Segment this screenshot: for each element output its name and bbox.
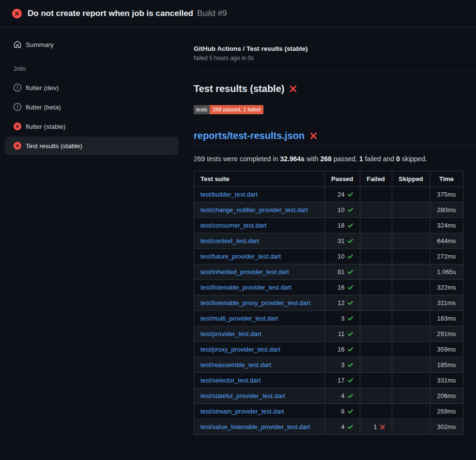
table-row: test/builder_test.dart24375ms bbox=[194, 187, 463, 202]
failed-cell bbox=[360, 342, 392, 357]
report-title: reports/test-results.json bbox=[194, 130, 476, 146]
sidebar-item-flutter-dev[interactable]: flutter (dev) bbox=[5, 78, 178, 97]
skipped-cell bbox=[392, 373, 430, 388]
x-icon bbox=[380, 424, 385, 430]
time-cell: 185ms bbox=[430, 357, 463, 373]
suite-link[interactable]: test/value_listenable_provider_test.dart bbox=[200, 423, 310, 430]
skipped-cell bbox=[392, 249, 430, 264]
passed-cell: 11 bbox=[325, 326, 360, 342]
results-table: Test suite Passed Failed Skipped Time te… bbox=[194, 171, 463, 435]
page-title: Do not create report when job is cancell… bbox=[28, 9, 193, 18]
passed-cell: 4 bbox=[325, 388, 360, 404]
summary-duration: 32.964s bbox=[280, 155, 305, 163]
results-table-body: test/builder_test.dart24375mstest/change… bbox=[194, 187, 463, 435]
time-cell: 280ms bbox=[430, 202, 463, 218]
sidebar-item-test-results-stable[interactable]: Test results (stable) bbox=[5, 137, 178, 155]
table-row: test/consumer_test.dart18324ms bbox=[194, 218, 463, 233]
app-header: Do not create report when job is cancell… bbox=[0, 0, 476, 28]
tests-badge: tests 268 passed, 1 failed bbox=[194, 105, 263, 114]
table-row: test/inherited_provider_test.dart811.065… bbox=[194, 264, 463, 280]
column-header-time: Time bbox=[430, 171, 463, 187]
passed-cell: 12 bbox=[325, 295, 360, 311]
table-row: test/value_listenable_provider_test.dart… bbox=[194, 419, 463, 435]
time-cell: 324ms bbox=[430, 218, 463, 233]
column-header-test-suite: Test suite bbox=[194, 171, 325, 187]
sidebar-item-flutter-beta[interactable]: flutter (beta) bbox=[5, 98, 178, 116]
suite-link[interactable]: test/change_notifier_provider_test.dart bbox=[200, 206, 308, 214]
suite-link[interactable]: test/builder_test.dart bbox=[200, 191, 258, 198]
table-row: test/stateful_provider_test.dart4206ms bbox=[194, 388, 463, 404]
skipped-cell bbox=[392, 295, 430, 311]
breadcrumb: GitHub Actions / Test results (stable) bbox=[194, 45, 476, 52]
suite-link[interactable]: test/context_test.dart bbox=[200, 237, 259, 245]
main-content: GitHub Actions / Test results (stable) f… bbox=[186, 28, 476, 460]
passed-cell: 81 bbox=[325, 264, 360, 280]
sidebar-job-label: Test results (stable) bbox=[26, 142, 82, 150]
suite-link[interactable]: test/inherited_provider_test.dart bbox=[200, 268, 289, 276]
failed-cell: 1 bbox=[360, 419, 392, 435]
sidebar-item-summary[interactable]: Summary bbox=[5, 35, 178, 54]
x-mark-icon bbox=[289, 85, 297, 93]
time-cell: 206ms bbox=[430, 388, 463, 404]
skipped-cell bbox=[392, 419, 430, 435]
failed-cell bbox=[360, 218, 392, 233]
skipped-cell bbox=[392, 218, 430, 233]
sidebar-job-label: flutter (beta) bbox=[26, 104, 61, 111]
sidebar-item-flutter-stable[interactable]: flutter (stable) bbox=[5, 117, 178, 136]
section-title-text: Test results (stable) bbox=[194, 83, 284, 94]
column-header-skipped: Skipped bbox=[392, 171, 430, 187]
table-row: test/listenable_proxy_provider_test.dart… bbox=[194, 295, 463, 311]
x-circle-icon bbox=[14, 142, 21, 150]
suite-link[interactable]: test/listenable_provider_test.dart bbox=[200, 284, 292, 291]
passed-cell: 24 bbox=[325, 187, 360, 202]
suite-link[interactable]: test/proxy_provider_test.dart bbox=[200, 346, 280, 353]
stop-icon bbox=[14, 103, 21, 111]
summary-passed: 268 bbox=[321, 155, 332, 163]
time-cell: 291ms bbox=[430, 326, 463, 342]
x-mark-icon bbox=[309, 132, 318, 140]
jobs-heading: Jobs bbox=[0, 65, 186, 72]
skipped-cell bbox=[392, 311, 430, 326]
check-icon bbox=[347, 315, 353, 322]
suite-link[interactable]: test/selector_test.dart bbox=[200, 377, 261, 384]
time-cell: 644ms bbox=[430, 233, 463, 249]
table-row: test/proxy_provider_test.dart16359ms bbox=[194, 342, 463, 357]
suite-link[interactable]: test/provider_test.dart bbox=[200, 330, 261, 337]
table-row: test/multi_provider_test.dart3183ms bbox=[194, 311, 463, 326]
failed-cell bbox=[360, 326, 392, 342]
suite-link[interactable]: test/consumer_test.dart bbox=[200, 222, 266, 229]
suite-link[interactable]: test/future_provider_test.dart bbox=[200, 253, 281, 260]
check-icon bbox=[347, 362, 353, 368]
skipped-cell bbox=[392, 357, 430, 373]
x-circle-icon bbox=[14, 123, 21, 130]
skipped-cell bbox=[392, 280, 430, 295]
time-cell: 322ms bbox=[430, 280, 463, 295]
check-icon bbox=[347, 300, 353, 306]
suite-link[interactable]: test/stateful_provider_test.dart bbox=[200, 392, 285, 399]
check-icon bbox=[347, 424, 353, 430]
skipped-cell bbox=[392, 388, 430, 404]
column-header-failed: Failed bbox=[360, 171, 392, 187]
suite-link[interactable]: test/multi_provider_test.dart bbox=[200, 315, 278, 322]
time-cell: 359ms bbox=[430, 342, 463, 357]
summary-line: 269 tests were completed in 32.964s with… bbox=[194, 155, 476, 163]
check-icon bbox=[347, 222, 353, 229]
passed-cell: 18 bbox=[325, 218, 360, 233]
suite-link[interactable]: test/listenable_proxy_provider_test.dart bbox=[200, 299, 310, 307]
check-icon bbox=[347, 331, 353, 337]
x-circle-icon bbox=[12, 9, 22, 18]
check-icon bbox=[347, 191, 353, 198]
table-row: test/selector_test.dart17331ms bbox=[194, 373, 463, 388]
divider bbox=[194, 72, 476, 72]
suite-link[interactable]: test/stream_provider_test.dart bbox=[200, 408, 284, 415]
skipped-cell bbox=[392, 187, 430, 202]
passed-cell: 16 bbox=[325, 280, 360, 295]
passed-cell: 3 bbox=[325, 357, 360, 373]
sidebar-job-label: flutter (stable) bbox=[26, 123, 66, 130]
report-title-link[interactable]: reports/test-results.json bbox=[194, 130, 305, 141]
table-row: test/listenable_provider_test.dart16322m… bbox=[194, 280, 463, 295]
table-header-row: Test suite Passed Failed Skipped Time bbox=[194, 171, 463, 187]
table-row: test/context_test.dart31644ms bbox=[194, 233, 463, 249]
failed-cell bbox=[360, 187, 392, 202]
suite-link[interactable]: test/reassemble_test.dart bbox=[200, 361, 271, 368]
